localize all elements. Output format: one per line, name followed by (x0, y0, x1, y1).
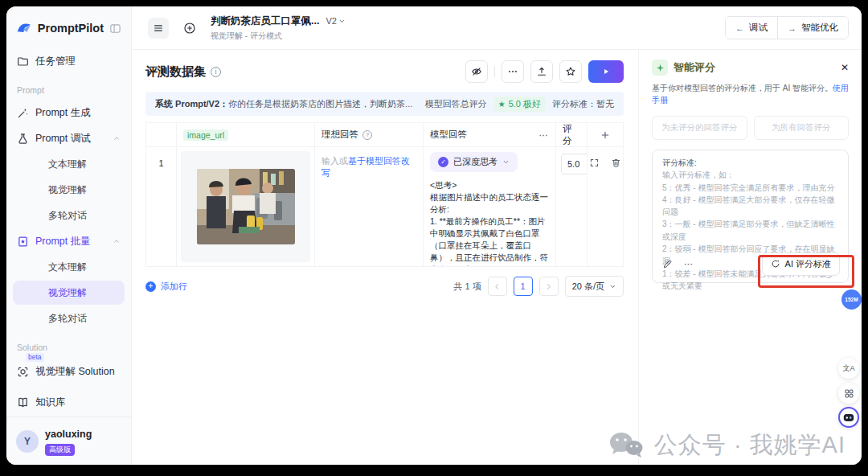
debug-button[interactable]: ← 调试 (726, 17, 777, 39)
edit-criteria-button[interactable] (662, 259, 673, 269)
header-label: 模型回答 (430, 129, 467, 141)
beta-badge: beta (26, 353, 44, 362)
add-column-button[interactable] (588, 123, 623, 147)
criteria-placeholder-line: 3：一般 - 模型回答满足部分要求，但缺乏清晰性或深度 (662, 218, 838, 243)
wechat-icon (608, 430, 645, 461)
sidebar-subitem-debug-text[interactable]: 文本理解 (13, 152, 125, 176)
criteria-more-button[interactable]: ⋯ (684, 258, 694, 270)
arrow-left-icon: ← (735, 23, 744, 33)
model-answer-cell[interactable]: ✓ 已深度思考 <思考> 根据图片描述中的员工状态逐一分析: 1. **最前方操… (424, 147, 556, 266)
sidebar-item-label: Prompt 调试 (35, 132, 91, 146)
sidebar-collapse-icon[interactable] (109, 23, 121, 35)
score-summary-value: 5.0 极好 (509, 98, 541, 110)
new-task-button[interactable] (179, 18, 200, 39)
header-label: 评分 (563, 123, 580, 147)
score-all-button[interactable]: 为所有回答评分 (754, 116, 850, 140)
more-actions-button[interactable] (502, 60, 524, 83)
score-summary-label: 模型回答总评分 (425, 98, 487, 110)
ai-criteria-button[interactable]: AI 评分标准 (762, 252, 840, 276)
task-title: 判断奶茶店员工口罩佩... (211, 14, 319, 28)
topbar: 判断奶茶店员工口罩佩... V2 视觉理解 - 评分模式 ← 调试 → 智能优化 (132, 6, 862, 50)
eye-off-icon (471, 66, 482, 77)
image-thumbnail-frame (181, 151, 310, 262)
header-image-url[interactable]: image_url (177, 123, 315, 147)
sidebar-item-prompt-batch[interactable]: Prompt 批量 (6, 228, 131, 254)
ideal-answer-cell[interactable]: 输入或基于模型回答改写 (315, 147, 424, 266)
version-select[interactable]: V2 (326, 16, 345, 26)
deep-think-toggle[interactable]: ✓ 已深度思考 (430, 152, 518, 172)
image-cell[interactable] (177, 147, 315, 266)
sidebar-item-prompt-gen[interactable]: Prompt 生成 (6, 100, 131, 125)
favorite-button[interactable] (559, 60, 582, 83)
header-model-answer[interactable]: 模型回答 ⋯ (424, 123, 556, 147)
header-score[interactable]: 评分 (556, 123, 588, 147)
watermark-text: 公众号 · 我姚学AI (654, 429, 845, 462)
system-prompt-bar[interactable]: 系统 Prompt/V2： 你的任务是根据奶茶店的图片描述，判断奶茶... 模型… (145, 92, 624, 116)
next-page-button[interactable] (539, 277, 559, 296)
table-footer: + 添加行 共 1 项 1 20 条/页 (145, 276, 624, 297)
criteria-placeholder-line: 4：良好 - 模型回答满足大部分要求，仅存在轻微问题 (662, 194, 838, 219)
criteria-placeholder-line: 5：优秀 - 模型回答完全满足所有要求，理由充分 (662, 182, 838, 194)
magic-refresh-icon (771, 259, 780, 269)
column-more-icon[interactable]: ⋯ (539, 129, 550, 141)
user-profile[interactable]: Y yaoluxing 高级版 (6, 416, 131, 465)
system-prompt-text: 你的任务是根据奶茶店的图片描述，判断奶茶... (228, 98, 412, 110)
add-row-button[interactable]: + 添加行 (145, 281, 187, 293)
sidebar-item-label: Prompt 生成 (35, 106, 91, 120)
arrow-right-icon: → (788, 23, 796, 33)
sparkle-icon (652, 60, 668, 76)
wand-icon (17, 107, 29, 119)
sidebar-item-prompt-debug[interactable]: Prompt 调试 (6, 125, 131, 151)
score-input[interactable]: 5.0 (561, 154, 588, 174)
close-icon[interactable]: ✕ (841, 62, 849, 73)
sidebar-section-prompt: Prompt (6, 74, 131, 100)
dataset-content: 评测数据集 i (132, 50, 638, 465)
sidebar-subitem-debug-vision[interactable]: 视觉理解 (13, 178, 125, 202)
criteria-placeholder-line: 输入评分标准，如： (662, 169, 838, 181)
panel-description-text: 基于你对模型回答的评分标准，用于 AI 智能评分。 (652, 84, 833, 92)
menu-button[interactable] (148, 18, 169, 39)
score-summary-badge: ★ 5.0 极好 (493, 96, 546, 112)
run-button[interactable] (588, 60, 624, 83)
sidebar-subitem-batch-vision[interactable]: 视觉理解 (13, 281, 125, 305)
delete-row-button[interactable] (611, 158, 621, 266)
grid-icon (844, 388, 854, 399)
page-size-select[interactable]: 20 条/页 (565, 276, 624, 297)
smart-optimize-button[interactable]: → 智能优化 (777, 17, 848, 39)
assistant-robot-button[interactable] (838, 407, 859, 428)
sidebar-item-vision-solution[interactable]: beta 视觉理解 Solution (6, 359, 131, 384)
page-title: 评测数据集 i (145, 64, 221, 80)
user-name: yaoluxing (45, 429, 92, 440)
criteria-label: 评分标准: (662, 157, 838, 169)
info-icon[interactable]: i (211, 67, 221, 77)
milk-tea-shop-photo[interactable] (197, 169, 295, 244)
memory-usage-badge: 152M (841, 289, 862, 310)
export-button[interactable] (530, 60, 553, 83)
sidebar-subitem-batch-text[interactable]: 文本理解 (13, 255, 125, 279)
star-icon (565, 66, 576, 77)
hide-columns-button[interactable] (465, 60, 488, 83)
sidebar-item-task-mgmt[interactable]: 任务管理 (6, 48, 131, 74)
version-label: V2 (326, 16, 336, 26)
sidebar-subitem-batch-multiturn[interactable]: 多轮对话 (13, 306, 125, 330)
sidebar-item-label: Prompt 批量 (35, 235, 91, 248)
toolbar-divider (494, 66, 495, 77)
sidebar-item-knowledge-base[interactable]: 知识库 (6, 389, 131, 415)
page-number[interactable]: 1 (514, 277, 533, 296)
dataset-table: image_url 理想回答 ? 模型回答 ⋯ 评分 (145, 122, 624, 267)
upload-icon (536, 66, 547, 77)
score-unscored-button[interactable]: 为未评分的回答评分 (652, 116, 747, 140)
criteria-textarea[interactable]: 评分标准: 输入评分标准，如： 5：优秀 - 模型回答完全满足所有要求，理由充分… (652, 150, 849, 283)
star-icon: ★ (498, 100, 506, 109)
sidebar-item-label: 视觉理解 Solution (35, 365, 115, 379)
prev-page-button[interactable] (488, 277, 507, 296)
pencil-icon (662, 259, 673, 269)
sidebar-subitem-debug-multiturn[interactable]: 多轮对话 (13, 203, 125, 228)
score-cell[interactable]: 5.0 (556, 147, 588, 266)
topbar-actions: ← 调试 → 智能优化 (725, 16, 849, 39)
expand-row-button[interactable] (589, 158, 600, 266)
optimize-button-label: 智能优化 (801, 22, 838, 34)
header-ideal-answer[interactable]: 理想回答 ? (315, 123, 424, 147)
translate-button[interactable]: 文A (838, 358, 859, 379)
apps-grid-button[interactable] (838, 383, 859, 404)
